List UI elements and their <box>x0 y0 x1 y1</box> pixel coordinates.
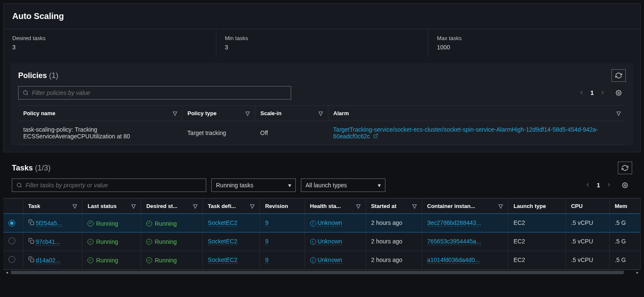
col-health[interactable]: Health sta...▽ <box>305 199 366 214</box>
tasks-filter-input[interactable] <box>25 182 202 189</box>
min-value: 3 <box>225 44 420 51</box>
col-revision[interactable]: Revision <box>260 199 305 214</box>
col-started[interactable]: Started at▽ <box>366 199 422 214</box>
desired-status-cell: Running <box>141 214 203 232</box>
launch-filter-select[interactable]: All launch types ▾ <box>301 178 385 192</box>
col-alarm[interactable]: Alarm▽ <box>328 106 626 121</box>
started-cell: 2 hours ago <box>366 251 422 269</box>
prev-page-button[interactable] <box>577 88 586 98</box>
col-task[interactable]: Task▽ <box>23 199 82 214</box>
task-link[interactable]: d14a02... <box>35 257 60 264</box>
refresh-button[interactable] <box>611 69 626 82</box>
task-def-link[interactable]: SocketEC2 <box>208 238 237 245</box>
task-def-cell: SocketEC2 <box>202 232 260 251</box>
svg-line-1 <box>27 94 27 95</box>
desired-label: Desired tasks <box>12 35 207 41</box>
health-link[interactable]: Unknown <box>317 219 342 227</box>
alarm-link[interactable]: TargetTracking-service/socket-ecs-cluste… <box>333 126 598 140</box>
task-link[interactable]: 97cb41... <box>35 238 60 246</box>
gear-icon <box>622 182 628 188</box>
revision-cell: 9 <box>260 232 305 251</box>
settings-button[interactable] <box>618 179 632 192</box>
status-filter-value: Running tasks <box>216 182 254 189</box>
desired-status-cell: Running <box>141 232 203 251</box>
external-link-icon <box>371 133 378 140</box>
policies-filter[interactable] <box>18 86 291 100</box>
copy-icon[interactable] <box>28 257 34 264</box>
col-launch-type[interactable]: Launch type <box>508 199 566 214</box>
refresh-icon <box>615 72 622 79</box>
policies-filter-input[interactable] <box>32 89 287 96</box>
policies-title-text: Policies <box>18 71 47 80</box>
scroll-thumb[interactable] <box>11 271 624 274</box>
cpu-cell: .5 vCPU <box>566 251 609 269</box>
col-scale-in[interactable]: Scale-in▽ <box>255 106 328 121</box>
col-mem[interactable]: Mem <box>609 199 640 214</box>
health-cell: i Unknown <box>305 214 366 232</box>
task-cell: 97cb41... <box>23 232 82 251</box>
copy-icon[interactable] <box>28 220 34 227</box>
policies-pagination: 1 <box>577 86 626 99</box>
health-cell: i Unknown <box>305 232 366 251</box>
svg-point-0 <box>24 91 27 94</box>
task-def-link[interactable]: SocketEC2 <box>208 256 237 264</box>
row-select[interactable] <box>3 214 23 232</box>
container-link[interactable]: 765653c3954445a... <box>427 238 481 245</box>
settings-button[interactable] <box>611 86 626 99</box>
task-def-cell: SocketEC2 <box>202 214 260 232</box>
row-select[interactable] <box>3 251 23 269</box>
col-select <box>3 199 23 214</box>
col-task-def[interactable]: Task defi...▽ <box>202 199 260 214</box>
svg-rect-6 <box>30 221 34 225</box>
col-last-status[interactable]: Last status▽ <box>82 199 141 214</box>
sort-icon: ▽ <box>319 110 323 116</box>
revision-cell: 9 <box>260 251 305 269</box>
refresh-button[interactable] <box>618 162 632 174</box>
desired-value: 3 <box>12 44 207 51</box>
health-link[interactable]: Unknown <box>317 256 342 264</box>
col-desired-status[interactable]: Desired st...▽ <box>141 199 203 214</box>
success-icon <box>146 239 152 245</box>
revision-link[interactable]: 9 <box>265 219 268 227</box>
tasks-filter[interactable] <box>12 178 206 192</box>
refresh-icon <box>622 165 628 171</box>
min-tasks: Min tasks 3 <box>216 29 428 57</box>
caret-down-icon: ▾ <box>378 182 381 189</box>
task-row[interactable]: 97cb41...RunningRunningSocketEC29i Unkno… <box>3 232 641 251</box>
health-link[interactable]: Unknown <box>317 238 342 245</box>
prev-page-button[interactable] <box>583 180 592 191</box>
sort-icon: ▽ <box>412 203 417 209</box>
task-row[interactable]: 5f254a5...RunningRunningSocketEC29i Unkn… <box>3 214 641 232</box>
success-icon <box>87 221 93 227</box>
copy-icon[interactable] <box>28 238 34 245</box>
desired-status-cell: Running <box>141 251 203 269</box>
next-page-button[interactable] <box>598 88 607 98</box>
task-link[interactable]: 5f254a5... <box>35 220 62 227</box>
launch-type-cell: EC2 <box>508 214 566 232</box>
chevron-right-icon <box>606 182 612 188</box>
sort-icon: ▽ <box>246 110 250 116</box>
task-def-link[interactable]: SocketEC2 <box>208 219 237 227</box>
row-select[interactable] <box>3 232 23 251</box>
launch-filter-value: All launch types <box>306 182 347 189</box>
col-policy-name[interactable]: Policy name▽ <box>18 106 182 121</box>
info-icon: i <box>310 239 316 245</box>
mem-cell: .5 G <box>609 214 640 232</box>
horizontal-scrollbar[interactable]: ◂ ▸ <box>3 270 641 275</box>
max-tasks: Max tasks 1000 <box>428 29 640 57</box>
revision-link[interactable]: 9 <box>265 256 268 264</box>
container-link[interactable]: 3ec2786bd288443... <box>427 219 481 227</box>
info-icon: i <box>310 221 316 227</box>
radio-icon <box>8 238 15 244</box>
policy-row[interactable]: task-scaling-policy: Tracking ECSService… <box>18 121 626 145</box>
gear-icon <box>616 90 622 96</box>
col-container-inst[interactable]: Container instan...▽ <box>422 199 508 214</box>
page-number: 1 <box>590 89 594 96</box>
task-row[interactable]: d14a02...RunningRunningSocketEC29i Unkno… <box>3 251 641 269</box>
container-link[interactable]: a1014fd036da4d0... <box>427 256 480 264</box>
next-page-button[interactable] <box>604 180 614 191</box>
status-filter-select[interactable]: Running tasks ▾ <box>211 178 296 192</box>
col-cpu[interactable]: CPU <box>566 199 609 214</box>
col-policy-type[interactable]: Policy type▽ <box>182 106 255 121</box>
revision-link[interactable]: 9 <box>265 238 268 245</box>
